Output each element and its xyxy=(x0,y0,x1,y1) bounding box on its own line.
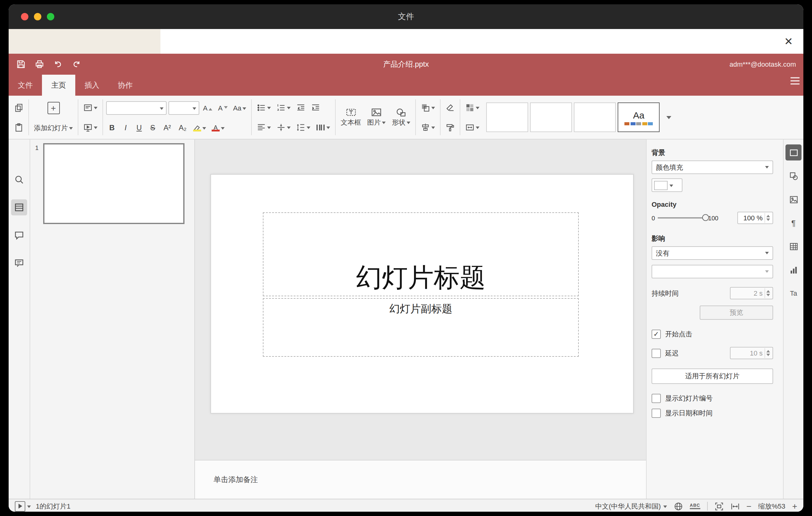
tab-insert[interactable]: 插入 xyxy=(75,75,109,96)
chat-button[interactable] xyxy=(11,255,27,271)
title-placeholder[interactable]: 幻灯片标题 xyxy=(263,212,579,296)
columns-dropdown[interactable] xyxy=(314,121,332,133)
theme-option-selected[interactable]: Aa xyxy=(618,103,660,132)
start-slideshow-dropdown[interactable] xyxy=(82,121,99,133)
slide-thumbnail-1[interactable] xyxy=(43,143,184,224)
show-slide-number-checkbox[interactable]: 显示幻灯片编号 xyxy=(651,394,773,403)
color-scheme-dropdown[interactable] xyxy=(463,102,481,113)
start-slideshow-status-button[interactable] xyxy=(15,501,31,511)
print-button[interactable] xyxy=(33,58,46,70)
image-dropdown[interactable]: 图片 xyxy=(365,106,387,128)
decrease-font-button[interactable]: A xyxy=(216,103,230,113)
increase-indent-button[interactable] xyxy=(309,102,322,113)
chevron-down-icon xyxy=(407,122,410,126)
numbering-dropdown[interactable] xyxy=(274,102,292,113)
spinner-arrows-icon[interactable] xyxy=(764,288,771,298)
highlight-color-dropdown[interactable] xyxy=(191,123,208,133)
fill-color-select[interactable] xyxy=(651,178,683,192)
preview-button[interactable]: 预览 xyxy=(700,306,773,320)
notes-area[interactable]: 单击添加备注 xyxy=(195,460,646,499)
bold-button[interactable]: B xyxy=(106,122,118,133)
table-settings-tab[interactable] xyxy=(785,238,802,254)
theme-gallery-expand-chevron[interactable] xyxy=(663,112,674,123)
opacity-spinner[interactable]: 100 % xyxy=(737,212,773,224)
italic-button[interactable]: I xyxy=(120,122,132,133)
line-spacing-dropdown[interactable] xyxy=(294,121,312,133)
shape-dropdown[interactable]: 形状 xyxy=(390,106,412,128)
language-selector[interactable]: 中文(中华人民共和国) xyxy=(595,501,667,511)
font-size-combo[interactable] xyxy=(169,101,199,115)
underline-button[interactable]: U xyxy=(133,122,145,133)
opacity-slider-handle[interactable] xyxy=(702,214,709,221)
search-button[interactable] xyxy=(11,172,27,188)
set-language-button[interactable] xyxy=(674,501,683,511)
spinner-arrows-icon[interactable] xyxy=(764,348,771,358)
delay-checkbox[interactable] xyxy=(651,348,661,358)
textbox-button[interactable]: 文本框 xyxy=(339,106,363,128)
delay-label: 延迟 xyxy=(665,348,679,358)
change-case-dropdown[interactable]: Aa xyxy=(231,103,248,113)
image-settings-tab[interactable] xyxy=(785,191,802,207)
align-shapes-dropdown[interactable] xyxy=(419,121,437,133)
slide-settings-tab[interactable] xyxy=(785,144,802,161)
font-name-combo[interactable] xyxy=(106,101,167,115)
clear-style-button[interactable] xyxy=(444,102,457,113)
slide-size-dropdown[interactable] xyxy=(463,121,481,133)
tab-file[interactable]: 文件 xyxy=(9,75,42,96)
subtitle-placeholder[interactable]: 幻灯片副标题 xyxy=(263,298,579,357)
apply-to-all-slides-button[interactable]: 适用于所有幻灯片 xyxy=(651,369,773,384)
effect-type-select[interactable] xyxy=(651,265,773,278)
slide-layout-dropdown[interactable] xyxy=(82,102,99,113)
vertical-align-dropdown[interactable] xyxy=(274,121,292,133)
paragraph-settings-tab[interactable]: ¶ xyxy=(785,215,802,231)
chevron-down-icon xyxy=(382,122,386,126)
highlight-color-bar xyxy=(193,129,201,131)
shape-settings-tab[interactable] xyxy=(785,168,802,184)
paste-button[interactable] xyxy=(12,121,25,133)
collapse-toolbar-icon[interactable] xyxy=(790,77,800,85)
show-date-time-checkbox[interactable]: 显示日期和时间 xyxy=(651,409,773,418)
delay-spinner[interactable]: 10 s xyxy=(730,347,773,359)
spellcheck-button[interactable]: ABC xyxy=(690,503,700,509)
opacity-slider[interactable] xyxy=(658,217,705,219)
save-button[interactable] xyxy=(15,58,27,70)
spinner-arrows-icon[interactable] xyxy=(764,213,771,223)
font-color-dropdown[interactable]: A xyxy=(210,123,227,133)
decrease-indent-button[interactable] xyxy=(294,102,307,113)
zoom-in-button[interactable]: + xyxy=(792,502,797,511)
increase-font-button[interactable]: A xyxy=(201,103,214,113)
strikethrough-button[interactable]: S xyxy=(147,122,158,133)
effect-select[interactable]: 没有 xyxy=(651,246,773,260)
slide-surface[interactable]: 幻灯片标题 幻灯片副标题 xyxy=(210,174,634,413)
redo-button[interactable] xyxy=(70,58,83,70)
theme-option-1[interactable] xyxy=(486,103,528,132)
add-slide-dropdown[interactable]: 添加幻灯片 xyxy=(32,122,75,134)
horizontal-align-dropdown[interactable] xyxy=(255,121,273,133)
slides-panel-button[interactable] xyxy=(11,199,27,216)
fit-to-width-button[interactable] xyxy=(730,501,740,511)
theme-option-3[interactable] xyxy=(574,103,616,132)
arrange-shapes-dropdown[interactable] xyxy=(419,102,437,113)
zoom-out-button[interactable]: − xyxy=(746,502,751,511)
fill-type-select[interactable]: 颜色填充 xyxy=(651,161,773,174)
tab-home[interactable]: 主页 xyxy=(42,75,75,96)
bullets-dropdown[interactable] xyxy=(255,102,273,113)
theme-option-2[interactable] xyxy=(530,103,572,132)
copy-button[interactable] xyxy=(12,102,25,113)
add-slide-group: + 添加幻灯片 xyxy=(31,96,76,139)
duration-spinner[interactable]: 2 s xyxy=(730,287,773,299)
start-on-click-checkbox[interactable]: 开始点击 xyxy=(651,329,773,339)
subscript-button[interactable]: A₂ xyxy=(176,122,190,133)
chart-settings-tab[interactable] xyxy=(785,262,802,278)
fit-to-slide-button[interactable] xyxy=(714,501,723,511)
status-bar: 1的幻灯片1 中文(中华人民共和国) ABC − 缩放%53 xyxy=(9,499,803,512)
divider xyxy=(707,502,707,511)
tab-collaboration[interactable]: 协作 xyxy=(109,75,142,96)
copy-style-button[interactable] xyxy=(444,121,457,133)
close-icon[interactable]: ✕ xyxy=(781,34,796,49)
comments-button[interactable] xyxy=(11,227,27,243)
textart-settings-tab[interactable]: Ta xyxy=(785,285,802,301)
add-slide-button[interactable]: + xyxy=(45,101,61,116)
undo-button[interactable] xyxy=(52,58,64,70)
superscript-button[interactable]: A² xyxy=(161,122,174,133)
